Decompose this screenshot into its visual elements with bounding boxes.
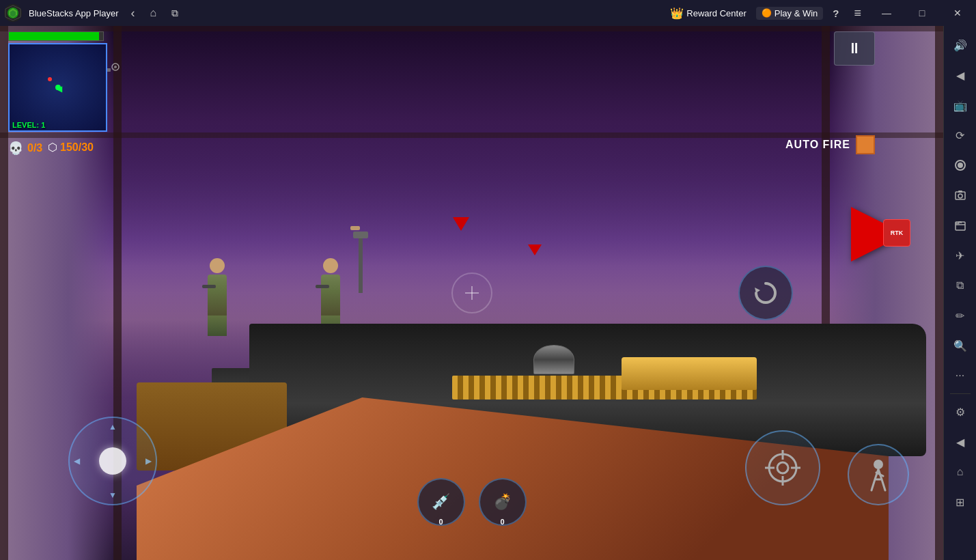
aim-icon — [762, 447, 803, 488]
sidebar-search-button[interactable]: 🔍 — [947, 332, 974, 359]
sidebar-collapse-button[interactable]: ◀ — [947, 428, 974, 456]
jump-icon — [861, 458, 895, 492]
maximize-button[interactable]: □ — [906, 0, 938, 26]
jump-button[interactable] — [848, 444, 909, 505]
grenade-count: 0 — [500, 518, 504, 526]
enemy-2-legs — [321, 316, 340, 336]
auto-fire-control: AUTO FIRE — [785, 135, 875, 154]
svg-point-19 — [874, 460, 883, 469]
svg-rect-24 — [958, 191, 962, 193]
menu-button[interactable]: ≡ — [848, 5, 867, 22]
grenade-icon: 💣 — [493, 493, 512, 511]
sidebar-grid-button[interactable]: ⊞ — [947, 488, 974, 516]
help-button[interactable]: ? — [827, 6, 844, 20]
jump-outer-ring — [848, 444, 909, 505]
game-scene: + 96% ◀ LEVEL: 1 — [0, 26, 943, 560]
joystick-up-arrow: ▲ — [109, 422, 117, 432]
windows-nav-button[interactable]: ⧉ — [167, 6, 182, 20]
reload-icon — [751, 278, 781, 308]
sidebar-files-button[interactable] — [947, 212, 974, 239]
sidebar-volume-button[interactable]: 🔊 — [947, 31, 974, 59]
minimap-content: ◀ LEVEL: 1 — [10, 44, 106, 130]
app-logo — [0, 0, 26, 26]
title-bar: BlueStacks App Player ‹ ⌂ ⧉ 👑 Reward Cen… — [0, 0, 976, 26]
enemy-2-gun — [316, 285, 329, 288]
sidebar-multi-button[interactable]: ⧉ — [947, 272, 974, 299]
sidebar-settings-button[interactable]: ⚙ — [947, 398, 974, 425]
rta-label: RTK — [891, 229, 904, 236]
enemy-2-head — [323, 258, 338, 273]
play-win-button[interactable]: 🟠 Play & Win — [756, 7, 824, 20]
enemy-1 — [208, 275, 227, 336]
aim-button[interactable] — [745, 430, 820, 505]
pause-icon: ⏸ — [847, 40, 862, 57]
game-viewport[interactable]: + 96% ◀ LEVEL: 1 — [0, 26, 943, 560]
rta-button[interactable]: RTK — [883, 219, 910, 247]
medkit-icon: 💉 — [432, 493, 450, 511]
minimap-player-arrow: ◀ — [56, 84, 62, 94]
app-name-label: BlueStacks App Player — [29, 8, 119, 18]
minimize-button[interactable]: — — [871, 0, 902, 26]
auto-fire-label: AUTO FIRE — [785, 139, 850, 151]
sidebar-record-button[interactable] — [947, 152, 974, 179]
joystick-outer-ring: ▲ ▼ ◀ ▶ — [68, 417, 157, 505]
lamp-light — [350, 226, 360, 230]
joystick-down-arrow: ▼ — [109, 490, 117, 500]
health-bar-fill — [9, 32, 99, 40]
enemy-1-legs — [208, 316, 227, 336]
svg-point-23 — [958, 194, 962, 198]
sidebar-divider — [950, 393, 971, 394]
ammo-value: 150/30 — [60, 141, 94, 154]
sidebar-back-button[interactable]: ◀ — [947, 61, 974, 89]
reward-crown-icon: 👑 — [670, 7, 684, 20]
aim-outer-ring — [745, 430, 820, 505]
kills-value: 0/3 — [27, 142, 42, 154]
home-nav-button[interactable]: ⌂ — [146, 5, 161, 20]
lamp-head — [353, 232, 368, 238]
joystick-knob — [99, 447, 126, 475]
auto-fire-toggle[interactable] — [856, 135, 875, 154]
minimap: ◀ LEVEL: 1 — [8, 43, 107, 132]
joystick-left-arrow: ◀ — [74, 456, 80, 466]
reload-outer-ring — [738, 266, 793, 320]
waypoint-arrow-mid — [528, 244, 542, 255]
reward-center-button[interactable]: 👑 Reward Center — [665, 5, 751, 21]
ammo-icon: ⬡ — [48, 141, 57, 154]
back-nav-button[interactable]: ‹ — [127, 5, 139, 22]
ammo-counter: ⬡ 150/30 — [48, 141, 94, 154]
health-bar — [8, 31, 104, 41]
sidebar-more-button[interactable]: ··· — [947, 362, 974, 389]
pause-button[interactable]: ⏸ — [834, 31, 875, 66]
close-button[interactable]: ✕ — [942, 0, 973, 26]
right-sidebar: 🔊 ◀ 📺 ⟳ ✈ ⧉ ✏ 🔍 ··· ⚙ ◀ ⌂ ⊞ — [943, 26, 976, 560]
sidebar-screen-button[interactable]: 📺 — [947, 92, 974, 119]
enemy-1-gun — [202, 285, 216, 288]
reload-button[interactable] — [738, 266, 793, 320]
kills-counter: 💀 0/3 — [8, 141, 42, 156]
svg-point-14 — [777, 462, 788, 473]
medkit-count: 0 — [438, 518, 443, 526]
joystick-right-arrow: ▶ — [145, 456, 152, 466]
play-win-label: Play & Win — [775, 8, 818, 18]
sidebar-draw-button[interactable]: ✏ — [947, 302, 974, 329]
movement-joystick[interactable]: ▲ ▼ ◀ ▶ — [68, 417, 157, 505]
sidebar-rotate-button[interactable]: ⟳ — [947, 122, 974, 149]
enemy-1-body — [208, 275, 227, 316]
titlebar-right: 👑 Reward Center 🟠 Play & Win ? ≡ — □ ✕ — [665, 0, 973, 26]
sidebar-airplane-button[interactable]: ✈ — [947, 242, 974, 269]
titlebar-nav: ‹ ⌂ ⧉ — [127, 5, 183, 22]
reward-center-label: Reward Center — [686, 8, 746, 18]
enemy-2 — [321, 275, 340, 336]
enemy-1-head — [210, 258, 225, 273]
waypoint-arrow-center — [453, 217, 469, 231]
sidebar-home-button[interactable]: ⌂ — [947, 458, 974, 486]
grenade-button[interactable]: 💣 0 — [479, 478, 527, 526]
sight-circle — [451, 272, 492, 313]
action-items: 💉 0 💣 0 — [417, 478, 527, 526]
health-bar-container — [8, 31, 104, 41]
medkit-button[interactable]: 💉 0 — [417, 478, 465, 526]
sidebar-screenshot-button[interactable] — [947, 182, 974, 209]
minimap-level-label: LEVEL: 1 — [12, 121, 45, 129]
street-lamp — [359, 238, 363, 293]
enemy-2-body — [321, 275, 340, 316]
